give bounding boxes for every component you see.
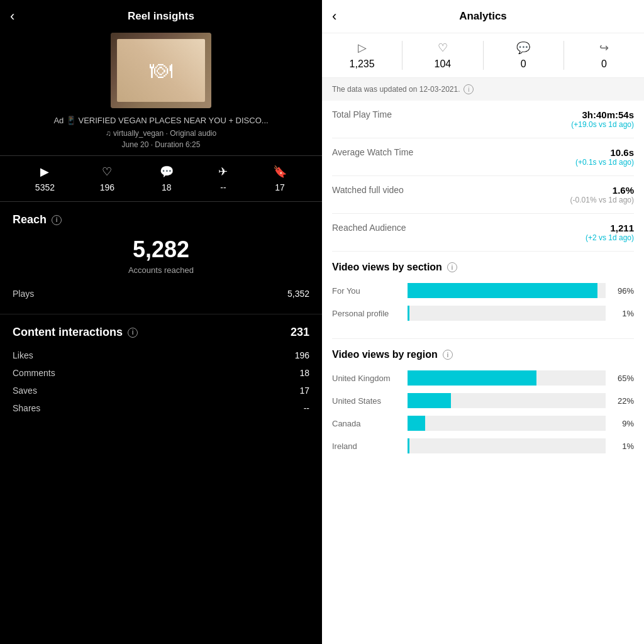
right-page-title: Analytics	[335, 10, 631, 23]
canada-bar: Canada 9%	[332, 416, 634, 431]
views-by-region: Video views by region i United Kingdom 6…	[332, 339, 634, 471]
right-header: ‹ Analytics	[322, 0, 644, 33]
reach-label: Accounts reached	[13, 265, 309, 275]
likes-value: 196	[100, 182, 114, 192]
likes-metric: Likes 196	[13, 347, 309, 364]
section-info-icon[interactable]: i	[447, 262, 457, 272]
total-play-time-metric: Total Play Time 3h:40m:54s (+19.0s vs 1d…	[332, 101, 634, 138]
ad-label: Ad 📱 VERIFIED VEGAN PLACES NEAR YOU + DI…	[0, 116, 322, 128]
stat-comments: 💬 18	[160, 165, 174, 192]
left-back-button[interactable]: ‹	[10, 8, 14, 25]
date-info: June 20 · Duration 6:25	[0, 139, 322, 155]
video-thumbnail	[111, 33, 211, 108]
content-interactions-section: Content interactions i 231 Likes 196 Com…	[0, 314, 322, 644]
analytics-likes-value: 104	[435, 58, 452, 70]
plays-label: Plays	[13, 289, 34, 299]
for-you-bar: For You 96%	[332, 283, 634, 298]
bookmark-icon: 🔖	[273, 165, 287, 179]
analytics-stat-shares: ↪ 0	[564, 41, 644, 70]
stat-likes: ♡ 196	[100, 165, 114, 192]
analytics-stat-comments: 💬 0	[484, 41, 564, 70]
us-bar: United States 22%	[332, 393, 634, 408]
stat-saves: 🔖 17	[273, 165, 287, 192]
views-by-section: Video views by section i For You 96% Per…	[332, 252, 634, 339]
analytics-stats-row: ▷ 1,235 ♡ 104 💬 0 ↪ 0	[322, 33, 644, 78]
analytics-shares-value: 0	[601, 58, 607, 70]
comments-value: 18	[162, 182, 172, 192]
left-header: ‹ Reel insights	[0, 0, 322, 33]
watched-full-video-metric: Watched full video 1.6% (-0.01% vs 1d ag…	[332, 176, 634, 214]
heart-icon: ♡	[102, 165, 112, 179]
analytics-play-icon: ▷	[358, 41, 367, 55]
reel-stats-row: ▶ 5352 ♡ 196 💬 18 ✈ -- 🔖 17	[0, 155, 322, 202]
plays-value: 5352	[35, 182, 55, 192]
ireland-bar: Ireland 1%	[332, 438, 634, 453]
views-by-section-title: Video views by section i	[332, 262, 634, 273]
uk-bar: United Kingdom 65%	[332, 370, 634, 386]
reach-title: Reach i	[13, 213, 309, 226]
reach-number: 5,282	[13, 236, 309, 263]
interactions-info-icon[interactable]: i	[128, 328, 138, 338]
left-panel: ‹ Reel insights Ad 📱 VERIFIED VEGAN PLAC…	[0, 0, 322, 644]
interactions-total: 231	[291, 326, 309, 339]
personal-profile-bar: Personal profile 1%	[332, 306, 634, 321]
analytics-share-icon: ↪	[599, 41, 609, 55]
average-watch-time-metric: Average Watch Time 10.6s (+0.1s vs 1d ag…	[332, 138, 634, 176]
share-icon: ✈	[218, 165, 228, 179]
views-by-region-title: Video views by region i	[332, 349, 634, 360]
reached-audience-metric: Reached Audience 1,211 (+2 vs 1d ago)	[332, 214, 634, 252]
analytics-plays-value: 1,235	[350, 58, 375, 70]
region-info-icon[interactable]: i	[443, 350, 453, 360]
stat-plays: ▶ 5352	[35, 165, 55, 192]
analytics-comments-value: 0	[521, 58, 526, 70]
right-back-button[interactable]: ‹	[332, 8, 336, 25]
plays-metric: Plays 5,352	[13, 285, 309, 303]
shares-metric: Shares --	[13, 399, 309, 417]
saves-metric: Saves 17	[13, 382, 309, 399]
left-page-title: Reel insights	[13, 10, 309, 23]
shares-value: --	[220, 182, 226, 192]
reach-info-icon[interactable]: i	[52, 215, 62, 225]
update-notice: The data was updated on 12-03-2021. i	[322, 78, 644, 101]
saves-value: 17	[275, 182, 285, 192]
content-interactions-header: Content interactions i 231	[13, 326, 309, 339]
analytics-stat-plays: ▷ 1,235	[322, 41, 402, 70]
comments-metric: Comments 18	[13, 364, 309, 382]
update-info-icon[interactable]: i	[464, 84, 474, 94]
analytics-content: Total Play Time 3h:40m:54s (+19.0s vs 1d…	[322, 101, 644, 644]
stat-shares: ✈ --	[218, 165, 228, 192]
reach-section: Reach i 5,282 Accounts reached Plays 5,3…	[0, 202, 322, 314]
play-icon: ▶	[40, 165, 49, 179]
analytics-comment-icon: 💬	[516, 41, 530, 55]
comment-icon: 💬	[160, 165, 174, 179]
analytics-stat-likes: ♡ 104	[402, 41, 483, 70]
analytics-heart-icon: ♡	[438, 41, 448, 55]
plays-metric-value: 5,352	[287, 289, 309, 299]
right-panel: ‹ Analytics ▷ 1,235 ♡ 104 💬 0 ↪ 0 The da…	[322, 0, 644, 644]
audio-info: ♫ virtually_vegan · Original audio	[0, 128, 322, 139]
content-interactions-title: Content interactions i	[13, 326, 138, 339]
